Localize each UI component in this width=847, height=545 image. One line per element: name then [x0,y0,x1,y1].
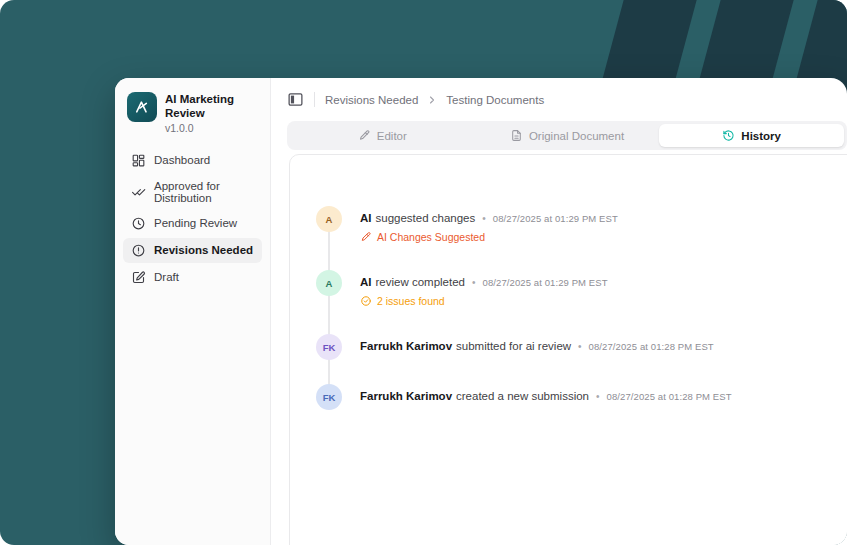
app-brand: AI Marketing Review v1.0.0 [123,90,262,148]
tab-editor[interactable]: Editor [290,124,475,147]
entry-separator: • [482,211,486,226]
entry-actor: AI [360,275,372,290]
entry-timestamp: 08/27/2025 at 01:29 PM EST [493,211,618,226]
sidebar-item-pending[interactable]: Pending Review [123,211,262,236]
topbar: Revisions Needed Testing Documents [271,78,847,121]
badge-label: AI Changes Suggested [377,231,485,243]
clock-icon [131,216,146,231]
timeline-entry: A AI suggested changes • 08/27/2025 at 0… [316,206,847,243]
desktop-background: AI Marketing Review v1.0.0 Dashboard App… [0,0,847,545]
chevron-right-icon [426,94,438,106]
breadcrumb-item-revisions-needed[interactable]: Revisions Needed [325,94,418,106]
double-check-icon [131,184,146,199]
tab-label: Editor [377,130,407,142]
topbar-divider [314,92,315,107]
tab-label: History [741,130,781,142]
main-content: Revisions Needed Testing Documents Edito… [271,78,847,545]
sidebar-item-draft[interactable]: Draft [123,265,262,290]
draft-pen-icon [131,270,146,285]
breadcrumb-item-testing-documents[interactable]: Testing Documents [446,94,544,106]
document-icon [510,129,523,142]
entry-actor: Farrukh Karimov [360,389,452,404]
entry-timestamp: 08/27/2025 at 01:29 PM EST [483,275,608,290]
dashboard-icon [131,153,146,168]
timeline-entry: FK Farrukh Karimov created a new submiss… [316,384,847,410]
sidebar-item-label: Draft [154,271,179,283]
alert-circle-icon [131,243,146,258]
entry-timestamp: 08/27/2025 at 01:28 PM EST [589,339,714,354]
entry-timestamp: 08/27/2025 at 01:28 PM EST [607,389,732,404]
entry-separator: • [578,339,582,354]
tab-label: Original Document [529,130,624,142]
sidebar-item-approved[interactable]: Approved for Distribution [123,175,262,209]
sidebar-item-label: Pending Review [154,217,237,229]
avatar: FK [316,334,342,360]
avatar: FK [316,384,342,410]
entry-separator: • [472,275,476,290]
entry-actor: Farrukh Karimov [360,339,452,354]
sidebar-item-label: Approved for Distribution [154,180,254,204]
sidebar: AI Marketing Review v1.0.0 Dashboard App… [115,78,271,545]
sidebar-item-label: Revisions Needed [154,244,253,256]
avatar: A [316,270,342,296]
tab-history[interactable]: History [659,124,844,147]
status-badge-ai-changes: AI Changes Suggested [360,231,618,243]
sidebar-item-label: Dashboard [154,154,210,166]
breadcrumb: Revisions Needed Testing Documents [325,94,544,106]
pencil-icon [360,231,372,243]
app-logo-icon [127,92,157,122]
status-badge-issues-found: 2 issues found [360,295,608,307]
avatar: A [316,206,342,232]
timeline-entry: A AI review completed • 08/27/2025 at 01… [316,270,847,307]
entry-actor: AI [360,211,372,226]
tab-original-document[interactable]: Original Document [475,124,660,147]
app-window: AI Marketing Review v1.0.0 Dashboard App… [115,78,847,545]
entry-action: suggested changes [376,211,476,226]
sidebar-item-revisions[interactable]: Revisions Needed [123,238,262,263]
badge-label: 2 issues found [377,295,445,307]
entry-action: review completed [376,275,465,290]
entry-action: submitted for ai review [456,339,571,354]
history-timeline: A AI suggested changes • 08/27/2025 at 0… [290,155,847,410]
entry-separator: • [596,389,600,404]
sidebar-toggle-icon[interactable] [287,91,304,108]
app-version: v1.0.0 [165,122,258,134]
history-panel: A AI suggested changes • 08/27/2025 at 0… [289,154,847,545]
circle-check-icon [360,295,372,307]
entry-action: created a new submission [456,389,589,404]
timeline-entry: FK Farrukh Karimov submitted for ai revi… [316,334,847,360]
pencil-icon [358,129,371,142]
sidebar-item-dashboard[interactable]: Dashboard [123,148,262,173]
sidebar-nav: Dashboard Approved for Distribution Pend… [123,148,262,290]
app-title: AI Marketing Review [165,92,258,121]
history-icon [722,129,735,142]
tab-bar: Editor Original Document History [287,121,847,150]
